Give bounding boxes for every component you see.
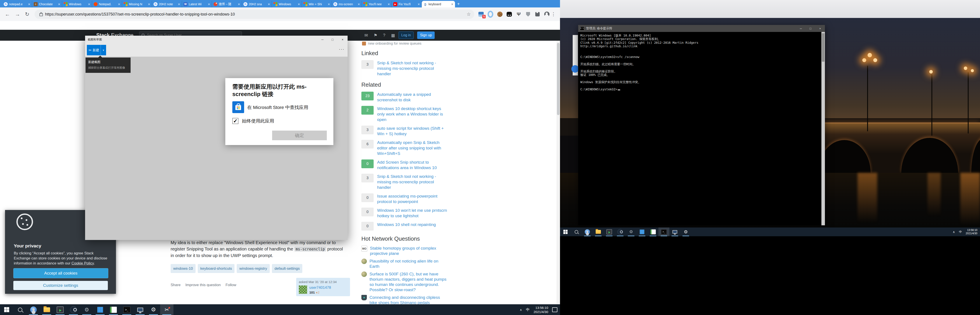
taskbar-app-settings[interactable]: ⚙ <box>147 304 160 315</box>
minimize-button[interactable]: ─ <box>317 36 328 43</box>
linked-link[interactable]: Snip & Sketch tool not working - missing… <box>377 60 447 76</box>
taskbar-app-console[interactable] <box>53 304 67 315</box>
tab-close-icon[interactable]: ✕ <box>118 3 120 6</box>
tag-keyboard-shortcuts[interactable]: keyboard-shortcuts <box>198 264 235 273</box>
browser-tab[interactable]: 20H2 sna✕ <box>242 1 272 8</box>
achievements-icon[interactable]: ⚑ <box>374 33 377 38</box>
browser-tab[interactable]: Notepad.✕ <box>92 1 122 8</box>
chevron-down-icon[interactable]: ∨ <box>100 45 106 55</box>
help-icon[interactable]: ? <box>383 33 385 38</box>
browser-tab[interactable]: Latest Wi✕ <box>182 1 212 8</box>
store-option[interactable]: 在 Microsoft Store 中查找应用 <box>247 104 308 110</box>
start-button[interactable] <box>0 304 13 315</box>
share-link[interactable]: Share <box>170 282 180 288</box>
taskbar-app-console[interactable] <box>604 228 615 236</box>
scrollbar-thumb[interactable] <box>557 43 560 115</box>
related-item[interactable]: 0Windows 10 won't let me use prntscrn ho… <box>361 208 447 218</box>
always-use-row[interactable]: ✓ 始终使用此应用 <box>232 118 274 124</box>
taskbar-app-command-prompt[interactable]: >_ <box>120 304 134 315</box>
terminal-scrollbar[interactable] <box>821 32 825 225</box>
tab-close-icon[interactable]: ✕ <box>88 3 90 6</box>
taskbar-clock[interactable]: 13:56:102021/4/30 <box>533 305 548 314</box>
terminal-output[interactable]: Microsoft Windows [版本 10.0.19042.804] (c… <box>578 32 821 225</box>
tab-close-icon[interactable]: ✕ <box>388 3 390 6</box>
user-link[interactable]: user7401478 <box>309 285 331 290</box>
taskbar-app-task-manager[interactable] <box>669 228 680 236</box>
browser-tab[interactable]: Win + Shi✕ <box>302 1 332 8</box>
related-item[interactable]: 3auto save script for windows (Shift + W… <box>361 126 447 137</box>
minimize-button[interactable]: ─ <box>796 25 806 32</box>
taskbar-app-settings[interactable]: ⚙ <box>680 228 691 236</box>
new-tab-button[interactable]: + <box>457 2 460 6</box>
tag-default-settings[interactable]: default-settings <box>272 264 302 273</box>
taskbar-app-file-explorer[interactable] <box>593 228 604 236</box>
related-link[interactable]: Windows 10 won't let me use prntscrn hot… <box>377 208 447 218</box>
customize-settings-button[interactable]: Customize settings <box>13 281 108 290</box>
related-link[interactable]: auto save script for windows (Shift + Wi… <box>377 126 447 137</box>
scrollbar-thumb[interactable] <box>822 33 824 62</box>
related-link[interactable]: Windows 10 desktop shortcut keys only wo… <box>377 106 447 122</box>
inbox-icon[interactable]: ✉ <box>364 33 368 38</box>
sign-up-button[interactable]: Sign up <box>417 32 435 39</box>
taskbar-app-gears[interactable]: ⚙ <box>80 304 94 315</box>
browser-tab[interactable]: notepad.e✕ <box>2 1 32 8</box>
browser-tab[interactable]: 20H2 note✕ <box>152 1 182 8</box>
address-bar[interactable]: https://superuser.com/questions/1537507/… <box>35 10 474 19</box>
browser-tab[interactable]: Windows✕ <box>272 1 302 8</box>
tab-close-icon[interactable]: ✕ <box>418 3 420 6</box>
snip-titlebar[interactable]: 截图和草图 ─ □ × <box>85 36 348 43</box>
review-queues-notice[interactable]: new onboarding for review queues <box>362 41 422 46</box>
page-scrollbar[interactable] <box>557 41 560 304</box>
hot-question[interactable]: Surface is 500F (260 C), but we have tho… <box>361 272 447 293</box>
chrome-menu-icon[interactable]: ⋮ <box>551 11 556 17</box>
taskbar-app-notepad[interactable] <box>648 228 659 236</box>
taskbar-app-gears[interactable]: ⚙ <box>625 228 636 236</box>
tab-close-icon[interactable]: ✕ <box>58 3 60 6</box>
forward-icon[interactable]: → <box>15 11 20 17</box>
tab-close-icon[interactable]: ✕ <box>268 3 270 6</box>
related-item[interactable]: 0Add Screen Snip shortcut to notificatio… <box>361 159 447 170</box>
hot-link[interactable]: Connecting and disconnecting clipless bi… <box>369 295 447 304</box>
tag-windows-registry[interactable]: windows-registry <box>237 264 270 273</box>
blue-circle-icon[interactable] <box>571 65 579 73</box>
profile-avatar[interactable] <box>544 11 550 17</box>
improve-link[interactable]: Improve this question <box>185 282 221 288</box>
browser-tab[interactable]: Missing N✕ <box>122 1 152 8</box>
tab-close-icon[interactable]: ✕ <box>208 3 210 6</box>
taskbar-app-user-sphere[interactable] <box>27 304 40 315</box>
hot-link[interactable]: Plausibility of not noticing alien life … <box>369 259 447 269</box>
hot-question[interactable]: MOStable homotopy groups of complex proj… <box>361 246 447 256</box>
tab-close-icon[interactable]: ✕ <box>238 3 240 6</box>
tab-close-icon[interactable]: ✕ <box>358 3 360 6</box>
cookie-extension-icon[interactable] <box>497 11 503 17</box>
tab-close-icon[interactable]: ✕ <box>298 3 300 6</box>
maximize-button[interactable]: □ <box>328 36 337 43</box>
ok-button-disabled[interactable]: 确定 <box>272 130 327 140</box>
action-center-icon[interactable] <box>552 307 557 312</box>
accept-all-cookies-button[interactable]: Accept all cookies <box>13 268 108 278</box>
related-item[interactable]: 2Windows 10 desktop shortcut keys only w… <box>361 106 447 122</box>
tray-chevron-icon[interactable]: ∧ <box>953 230 955 234</box>
ime-indicator[interactable]: 中 <box>959 230 962 234</box>
checkbox-checked[interactable]: ✓ <box>232 118 239 124</box>
active-tab-superuser[interactable]: keyboard✕ <box>422 1 455 8</box>
related-link[interactable]: Automatically save a snipped screenshot … <box>377 92 447 103</box>
related-link[interactable]: Issue associating ms-powerpoint protocol… <box>377 193 447 204</box>
wappalyzer-extension-icon[interactable]: Ψ <box>516 11 522 17</box>
start-button[interactable] <box>560 228 571 236</box>
taskbar-app-registry-cube[interactable] <box>636 228 648 236</box>
tab-close-icon[interactable]: ✕ <box>451 3 453 6</box>
follow-link[interactable]: Follow <box>226 282 236 288</box>
related-item[interactable]: 23Automatically save a snipped screensho… <box>361 92 447 103</box>
cookie-policy-link[interactable]: Cookie Policy <box>72 261 94 265</box>
see-more-icon[interactable]: ··· <box>339 46 345 52</box>
dark-dots-extension-icon[interactable] <box>506 11 512 17</box>
taskbar-app-file-explorer[interactable] <box>40 304 53 315</box>
new-snip-button[interactable]: ✂ 新建 ∨ <box>87 45 106 55</box>
related-link[interactable]: Automatically open Snip & Sketch editor … <box>377 140 447 156</box>
related-item[interactable]: 0Issue associating ms-powerpoint protoco… <box>361 193 447 204</box>
browser-tab[interactable]: Fix You'll✕ <box>392 1 422 8</box>
related-item[interactable]: 6Automatically open Snip & Sketch editor… <box>361 140 447 156</box>
taskbar-clock[interactable]: 13:56:102021/4/30 <box>966 229 977 235</box>
taskbar-app-steam[interactable] <box>615 228 625 236</box>
